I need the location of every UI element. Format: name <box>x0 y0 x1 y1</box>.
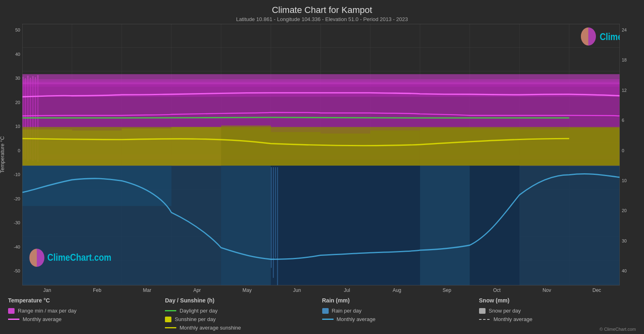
legend-rain-avg: Monthly average <box>322 316 479 322</box>
x-axis-dec: Dec <box>572 287 622 293</box>
legend-sunshine-avg-label: Monthly average sunshine <box>179 325 241 331</box>
legend-snow: Snow (mm) Snow per day Monthly average <box>479 297 636 331</box>
x-axis-aug: Aug <box>372 287 422 293</box>
legend-rain-per-day: Rain per day <box>322 308 479 314</box>
y-axis-left: Temperature °C 50 40 30 20 10 0 -10 -20 … <box>0 24 22 285</box>
x-axis-apr: Apr <box>172 287 222 293</box>
legend-sunshine-per-day: Sunshine per day <box>165 316 322 322</box>
svg-rect-40 <box>171 127 221 166</box>
x-axis-jun: Jun <box>272 287 322 293</box>
legend-sunshine-day-label: Sunshine per day <box>175 316 215 322</box>
legend-temp-avg-label: Monthly average <box>23 316 61 322</box>
chart-plot-area: ClimeChart.com ClimeChart.com <box>22 24 620 285</box>
svg-rect-34 <box>22 74 620 84</box>
y-tick-n10: -10 <box>14 172 20 177</box>
svg-rect-37 <box>22 130 72 166</box>
legend-rain-day-label: Rain per day <box>332 308 362 314</box>
svg-rect-54 <box>271 167 272 268</box>
legend-rain-title: Rain (mm) <box>322 297 479 304</box>
y-axis-left-label: Temperature °C <box>0 136 5 173</box>
svg-rect-56 <box>275 167 276 258</box>
y-right-tick-12: 12 <box>622 88 644 93</box>
x-axis-may: May <box>222 287 272 293</box>
chart-subtitle: Latitude 10.861 - Longitude 104.336 - El… <box>0 16 644 22</box>
x-axis-mar: Mar <box>122 287 172 293</box>
y-tick-10: 10 <box>15 124 20 129</box>
legend-snow-avg-label: Monthly average <box>494 316 532 322</box>
legend-sunshine-title: Day / Sunshine (h) <box>165 297 322 304</box>
svg-rect-57 <box>277 167 278 285</box>
y-tick-n50: -50 <box>14 269 20 273</box>
x-axis-jan: Jan <box>22 287 72 293</box>
legend-snow-swatch <box>479 308 486 314</box>
y-right-tick-24: 24 <box>622 28 644 32</box>
y-right-tick-18: 18 <box>622 58 644 62</box>
svg-rect-48 <box>569 128 620 166</box>
legend-sunshine-avg-line <box>165 327 176 328</box>
svg-rect-47 <box>519 130 569 166</box>
legend-sunshine-avg: Monthly average sunshine <box>165 325 322 331</box>
svg-rect-55 <box>273 167 274 278</box>
legend-temp-avg-line <box>8 319 19 320</box>
copyright: © ClimeChart.com <box>600 327 636 332</box>
legend-sunshine: Day / Sunshine (h) Daylight per day Suns… <box>165 297 322 331</box>
legend-temp-range: Range min / max per day <box>8 308 165 314</box>
y-tick-n20: -20 <box>14 197 20 201</box>
svg-text:ClimeChart.com: ClimeChart.com <box>47 251 111 263</box>
legend-snow-avg: Monthly average <box>479 316 636 322</box>
legend-temperature: Temperature °C Range min / max per day M… <box>8 297 165 331</box>
y-tick-30: 30 <box>15 76 20 81</box>
y-right-tick-6: 6 <box>622 118 644 123</box>
y-tick-50: 50 <box>15 28 20 32</box>
y-tick-n30: -30 <box>14 221 20 225</box>
legend-temp-title: Temperature °C <box>8 297 165 304</box>
svg-rect-45 <box>420 128 470 166</box>
y-right-tick-0: 0 <box>622 149 644 153</box>
y-axis-right: 24 18 12 6 0 10 20 30 40 Day / Sunshine … <box>620 24 644 285</box>
x-axis-feb: Feb <box>72 287 122 293</box>
x-axis-oct: Oct <box>472 287 522 293</box>
x-axis-jul: Jul <box>322 287 372 293</box>
y-tick-n40: -40 <box>14 245 20 249</box>
y-tick-0: 0 <box>18 149 20 153</box>
climate-chart: Climate Chart for Kampot Latitude 10.861… <box>0 0 644 334</box>
svg-rect-42 <box>271 132 321 166</box>
svg-text:ClimeChart.com: ClimeChart.com <box>600 31 620 42</box>
legend-temp-range-label: Range min / max per day <box>18 308 76 314</box>
x-axis: Jan Feb Mar Apr May Jun Jul Aug Sep Oct … <box>22 285 622 293</box>
chart-title: Climate Chart for Kampot <box>0 5 644 15</box>
y-tick-40: 40 <box>15 52 20 57</box>
legend-rain-avg-line <box>322 319 334 320</box>
svg-rect-44 <box>370 130 420 166</box>
svg-rect-38 <box>72 130 122 166</box>
legend-temp-range-swatch <box>8 308 15 314</box>
legend-area: Temperature °C Range min / max per day M… <box>0 293 644 334</box>
y-tick-20: 20 <box>15 100 20 105</box>
y-right-tick-40: 40 <box>622 269 644 273</box>
y-right-tick-30: 30 <box>622 239 644 243</box>
chart-header: Climate Chart for Kampot Latitude 10.861… <box>0 0 644 24</box>
svg-rect-39 <box>122 128 171 166</box>
svg-rect-46 <box>470 128 519 166</box>
legend-snow-title: Snow (mm) <box>479 297 636 304</box>
chart-main: Temperature °C 50 40 30 20 10 0 -10 -20 … <box>0 24 644 285</box>
x-axis-nov: Nov <box>522 287 572 293</box>
svg-rect-41 <box>221 126 271 166</box>
legend-temp-avg: Monthly average <box>8 316 165 322</box>
legend-daylight: Daylight per day <box>165 308 322 314</box>
legend-rain-swatch <box>322 308 329 314</box>
x-axis-sep: Sep <box>422 287 472 293</box>
legend-daylight-label: Daylight per day <box>179 308 217 314</box>
legend-sunshine-swatch <box>165 317 171 322</box>
legend-daylight-line <box>165 310 176 311</box>
y-right-tick-10: 10 <box>622 179 644 183</box>
svg-rect-52 <box>271 166 420 285</box>
chart-svg: ClimeChart.com ClimeChart.com <box>22 24 620 285</box>
legend-snow-per-day: Snow per day <box>479 308 636 314</box>
legend-snow-day-label: Snow per day <box>489 308 521 314</box>
legend-rain-avg-label: Monthly average <box>337 316 376 322</box>
legend-rain: Rain (mm) Rain per day Monthly average <box>322 297 479 331</box>
legend-snow-avg-dash <box>479 319 490 320</box>
y-right-tick-20: 20 <box>622 208 644 213</box>
svg-rect-43 <box>321 134 370 166</box>
